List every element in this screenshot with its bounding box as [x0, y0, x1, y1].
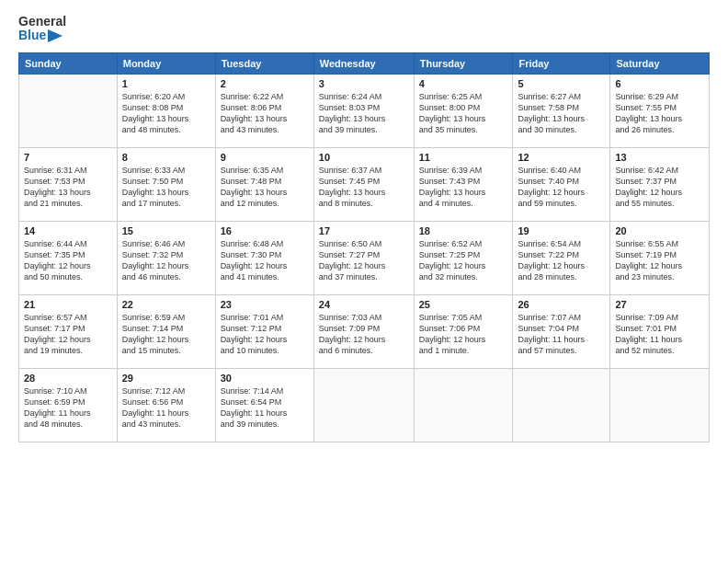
calendar-cell	[610, 368, 710, 442]
page: General Blue SundayMondayTuesdayWednesda…	[0, 0, 728, 563]
day-number: 6	[615, 78, 704, 89]
day-info: Sunrise: 6:27 AM Sunset: 7:58 PM Dayligh…	[518, 91, 605, 136]
calendar-cell: 28Sunrise: 7:10 AM Sunset: 6:59 PM Dayli…	[19, 368, 118, 442]
day-number: 26	[518, 299, 605, 310]
calendar-cell: 17Sunrise: 6:50 AM Sunset: 7:27 PM Dayli…	[313, 221, 414, 294]
day-info: Sunrise: 7:07 AM Sunset: 7:04 PM Dayligh…	[518, 312, 605, 357]
day-info: Sunrise: 7:14 AM Sunset: 6:54 PM Dayligh…	[221, 385, 309, 431]
calendar-cell	[414, 368, 513, 442]
calendar-cell: 18Sunrise: 6:52 AM Sunset: 7:25 PM Dayli…	[414, 221, 513, 294]
day-info: Sunrise: 7:12 AM Sunset: 6:56 PM Dayligh…	[122, 385, 210, 431]
day-number: 29	[122, 373, 210, 384]
day-info: Sunrise: 6:29 AM Sunset: 7:55 PM Dayligh…	[615, 91, 704, 136]
day-number: 25	[419, 299, 508, 310]
day-number: 14	[24, 225, 112, 236]
day-number: 24	[319, 299, 409, 310]
day-info: Sunrise: 6:31 AM Sunset: 7:53 PM Dayligh…	[24, 165, 112, 210]
day-info: Sunrise: 6:46 AM Sunset: 7:32 PM Dayligh…	[122, 238, 210, 283]
day-info: Sunrise: 7:09 AM Sunset: 7:01 PM Dayligh…	[615, 312, 704, 357]
day-number: 15	[122, 225, 210, 236]
calendar-week-row: 28Sunrise: 7:10 AM Sunset: 6:59 PM Dayli…	[19, 368, 710, 442]
logo: General Blue	[18, 15, 66, 43]
calendar-cell: 8Sunrise: 6:33 AM Sunset: 7:50 PM Daylig…	[117, 147, 215, 221]
calendar-cell: 21Sunrise: 6:57 AM Sunset: 7:17 PM Dayli…	[19, 294, 118, 368]
day-info: Sunrise: 7:01 AM Sunset: 7:12 PM Dayligh…	[221, 312, 309, 357]
day-number: 5	[518, 78, 605, 89]
calendar-cell: 11Sunrise: 6:39 AM Sunset: 7:43 PM Dayli…	[414, 147, 513, 221]
calendar-cell: 12Sunrise: 6:40 AM Sunset: 7:40 PM Dayli…	[513, 147, 610, 221]
calendar-cell: 24Sunrise: 7:03 AM Sunset: 7:09 PM Dayli…	[313, 294, 414, 368]
day-number: 8	[122, 152, 210, 163]
day-number: 23	[221, 299, 309, 310]
calendar-cell: 1Sunrise: 6:20 AM Sunset: 8:08 PM Daylig…	[117, 74, 215, 147]
logo-text: General Blue	[18, 15, 66, 43]
day-number: 20	[615, 225, 704, 236]
calendar-cell	[19, 74, 118, 147]
day-number: 19	[518, 225, 605, 236]
day-info: Sunrise: 6:57 AM Sunset: 7:17 PM Dayligh…	[24, 312, 112, 357]
day-info: Sunrise: 6:40 AM Sunset: 7:40 PM Dayligh…	[518, 165, 605, 210]
calendar-cell: 3Sunrise: 6:24 AM Sunset: 8:03 PM Daylig…	[313, 74, 414, 147]
day-info: Sunrise: 6:52 AM Sunset: 7:25 PM Dayligh…	[419, 238, 508, 283]
day-info: Sunrise: 6:33 AM Sunset: 7:50 PM Dayligh…	[122, 165, 210, 210]
day-info: Sunrise: 6:48 AM Sunset: 7:30 PM Dayligh…	[221, 238, 309, 283]
weekday-header-wednesday: Wednesday	[313, 52, 414, 74]
day-info: Sunrise: 6:20 AM Sunset: 8:08 PM Dayligh…	[122, 91, 210, 136]
logo-line1: General	[18, 15, 66, 29]
day-info: Sunrise: 6:42 AM Sunset: 7:37 PM Dayligh…	[615, 165, 704, 210]
calendar-cell: 26Sunrise: 7:07 AM Sunset: 7:04 PM Dayli…	[513, 294, 610, 368]
calendar-week-row: 14Sunrise: 6:44 AM Sunset: 7:35 PM Dayli…	[19, 221, 710, 294]
weekday-header-row: SundayMondayTuesdayWednesdayThursdayFrid…	[19, 52, 710, 74]
day-info: Sunrise: 7:10 AM Sunset: 6:59 PM Dayligh…	[24, 385, 112, 431]
calendar-cell: 14Sunrise: 6:44 AM Sunset: 7:35 PM Dayli…	[19, 221, 118, 294]
day-info: Sunrise: 6:25 AM Sunset: 8:00 PM Dayligh…	[419, 91, 508, 136]
calendar-cell: 9Sunrise: 6:35 AM Sunset: 7:48 PM Daylig…	[215, 147, 313, 221]
day-info: Sunrise: 7:05 AM Sunset: 7:06 PM Dayligh…	[419, 312, 508, 357]
header: General Blue	[18, 15, 710, 43]
calendar-week-row: 21Sunrise: 6:57 AM Sunset: 7:17 PM Dayli…	[19, 294, 710, 368]
day-number: 10	[319, 152, 409, 163]
day-info: Sunrise: 6:44 AM Sunset: 7:35 PM Dayligh…	[24, 238, 112, 283]
day-number: 9	[221, 152, 309, 163]
calendar-cell: 22Sunrise: 6:59 AM Sunset: 7:14 PM Dayli…	[117, 294, 215, 368]
weekday-header-thursday: Thursday	[414, 52, 513, 74]
day-info: Sunrise: 6:35 AM Sunset: 7:48 PM Dayligh…	[221, 165, 309, 210]
day-number: 30	[221, 373, 309, 384]
day-number: 18	[419, 225, 508, 236]
weekday-header-monday: Monday	[117, 52, 215, 74]
calendar-cell: 6Sunrise: 6:29 AM Sunset: 7:55 PM Daylig…	[610, 74, 710, 147]
calendar-cell: 5Sunrise: 6:27 AM Sunset: 7:58 PM Daylig…	[513, 74, 610, 147]
calendar-cell: 7Sunrise: 6:31 AM Sunset: 7:53 PM Daylig…	[19, 147, 118, 221]
day-number: 28	[24, 373, 112, 384]
weekday-header-sunday: Sunday	[19, 52, 118, 74]
calendar-cell	[313, 368, 414, 442]
logo-line2: Blue	[18, 29, 46, 42]
weekday-header-saturday: Saturday	[610, 52, 710, 74]
calendar-cell: 29Sunrise: 7:12 AM Sunset: 6:56 PM Dayli…	[117, 368, 215, 442]
svg-marker-0	[48, 29, 63, 42]
day-number: 12	[518, 152, 605, 163]
calendar-cell: 25Sunrise: 7:05 AM Sunset: 7:06 PM Dayli…	[414, 294, 513, 368]
logo-arrow-icon	[48, 29, 63, 42]
calendar-cell: 10Sunrise: 6:37 AM Sunset: 7:45 PM Dayli…	[313, 147, 414, 221]
day-info: Sunrise: 7:03 AM Sunset: 7:09 PM Dayligh…	[319, 312, 409, 357]
weekday-header-tuesday: Tuesday	[215, 52, 313, 74]
day-info: Sunrise: 6:24 AM Sunset: 8:03 PM Dayligh…	[319, 91, 409, 136]
calendar-cell: 4Sunrise: 6:25 AM Sunset: 8:00 PM Daylig…	[414, 74, 513, 147]
day-number: 27	[615, 299, 704, 310]
weekday-header-friday: Friday	[513, 52, 610, 74]
calendar-cell: 16Sunrise: 6:48 AM Sunset: 7:30 PM Dayli…	[215, 221, 313, 294]
calendar-cell: 23Sunrise: 7:01 AM Sunset: 7:12 PM Dayli…	[215, 294, 313, 368]
day-info: Sunrise: 6:50 AM Sunset: 7:27 PM Dayligh…	[319, 238, 409, 283]
day-number: 16	[221, 225, 309, 236]
day-number: 7	[24, 152, 112, 163]
day-info: Sunrise: 6:37 AM Sunset: 7:45 PM Dayligh…	[319, 165, 409, 210]
day-number: 21	[24, 299, 112, 310]
calendar-cell: 27Sunrise: 7:09 AM Sunset: 7:01 PM Dayli…	[610, 294, 710, 368]
day-number: 4	[419, 78, 508, 89]
calendar-cell: 2Sunrise: 6:22 AM Sunset: 8:06 PM Daylig…	[215, 74, 313, 147]
calendar-table: SundayMondayTuesdayWednesdayThursdayFrid…	[18, 52, 710, 442]
calendar-cell: 15Sunrise: 6:46 AM Sunset: 7:32 PM Dayli…	[117, 221, 215, 294]
calendar-week-row: 7Sunrise: 6:31 AM Sunset: 7:53 PM Daylig…	[19, 147, 710, 221]
calendar-cell: 30Sunrise: 7:14 AM Sunset: 6:54 PM Dayli…	[215, 368, 313, 442]
